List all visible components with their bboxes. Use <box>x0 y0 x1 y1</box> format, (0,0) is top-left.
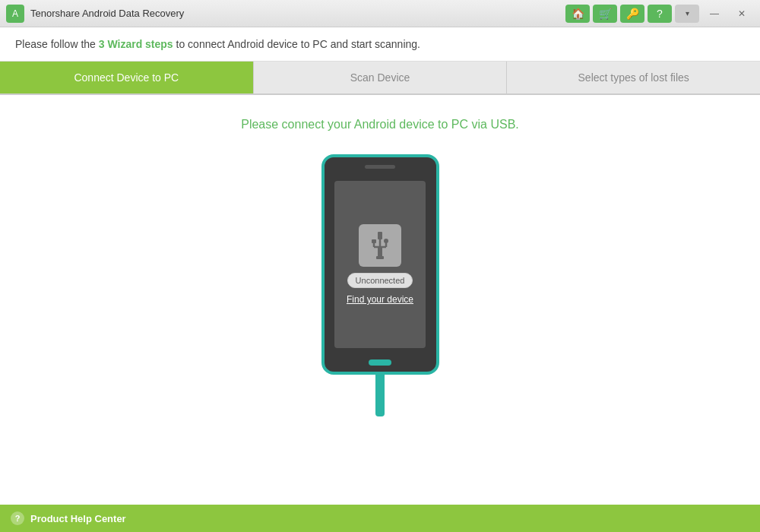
usb-svg <box>368 232 392 259</box>
svg-rect-0 <box>378 232 382 239</box>
app-title: Tenorshare Android Data Recovery <box>30 8 565 19</box>
help-button[interactable]: ? <box>648 5 672 23</box>
info-highlight: 3 Wizard steps <box>99 38 173 50</box>
titlebar: A Tenorshare Android Data Recovery 🏠 🛒 🔑… <box>0 0 760 27</box>
close-button[interactable]: ✕ <box>730 5 754 23</box>
info-bar: Please follow the 3 Wizard steps to conn… <box>0 27 760 62</box>
titlebar-controls: 🏠 🛒 🔑 ? ▾ — ✕ <box>565 5 754 23</box>
content-area: Please connect your Android device to PC… <box>0 95 760 505</box>
info-text-after: to connect Android device to PC and star… <box>173 38 420 50</box>
key-button[interactable]: 🔑 <box>620 5 644 23</box>
connect-message: Please connect your Android device to PC… <box>241 118 519 131</box>
app-logo: A <box>6 5 24 23</box>
usb-cable <box>375 375 385 416</box>
svg-point-6 <box>384 239 388 243</box>
cart-button[interactable]: 🛒 <box>593 5 617 23</box>
main-window: Please follow the 3 Wizard steps to conn… <box>0 27 760 532</box>
wizard-tabs: Connect Device to PC Scan Device Select … <box>0 62 760 95</box>
footer-help-char: ? <box>15 514 21 523</box>
home-button[interactable]: 🏠 <box>565 5 590 23</box>
phone-speaker <box>365 165 395 169</box>
svg-rect-8 <box>376 256 384 259</box>
footer-help-icon[interactable]: ? <box>11 511 24 525</box>
logo-char: A <box>12 8 18 19</box>
phone-home-button <box>369 359 391 366</box>
status-badge: Unconnected <box>347 273 413 288</box>
find-device-link[interactable]: Find your device <box>347 294 413 305</box>
usb-icon <box>359 224 401 267</box>
phone-screen: Unconnected Find your device <box>334 181 426 348</box>
tab-connect-label: Connect Device to PC <box>74 71 179 84</box>
tab-connect-device[interactable]: Connect Device to PC <box>0 62 254 93</box>
phone-graphic: Unconnected Find your device <box>321 154 439 375</box>
tab-select-label: Select types of lost files <box>578 71 689 84</box>
footer: ? Product Help Center <box>0 505 760 532</box>
tab-select-files[interactable]: Select types of lost files <box>507 62 760 93</box>
tab-scan-device[interactable]: Scan Device <box>254 62 508 93</box>
info-text-before: Please follow the <box>15 38 99 50</box>
phone-illustration: Unconnected Find your device <box>321 154 439 416</box>
dropdown-button[interactable]: ▾ <box>675 5 699 23</box>
svg-rect-7 <box>378 247 382 258</box>
svg-rect-4 <box>372 239 376 243</box>
tab-scan-label: Scan Device <box>350 71 410 84</box>
footer-label: Product Help Center <box>30 513 126 524</box>
minimize-button[interactable]: — <box>702 5 727 23</box>
